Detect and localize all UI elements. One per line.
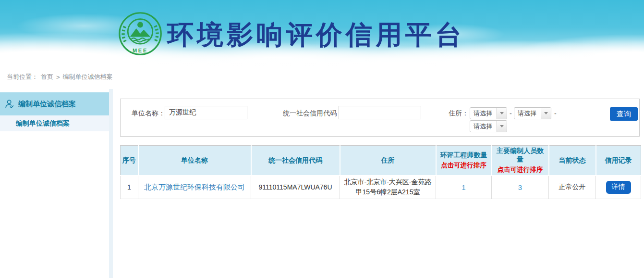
city-dropdown-button[interactable] [541,108,551,119]
dash-separator: - [510,110,512,117]
logo-text: MEE [133,48,148,53]
query-button[interactable]: 查询 [610,107,638,121]
address-province-value: 请选择 [470,108,497,119]
col-engineer-count-sort[interactable]: 环评工程师数量 点击可进行排序 [436,146,492,176]
company-name-label: 单位名称： [132,109,165,118]
address-city-value: 请选择 [514,108,541,119]
col-credit-code: 统一社会信用代码 [251,146,340,176]
site-title: 环境影响评价信用平台 [167,17,465,53]
sidebar-subitem-credit-archive[interactable]: 编制单位诚信档案 [0,115,109,131]
col-address: 住所 [340,146,436,176]
chevron-down-icon [544,112,548,114]
sort-hint: 点击可进行排序 [438,161,490,170]
district-dropdown-button[interactable] [497,121,507,132]
breadcrumb-current: 编制单位诚信档案 [63,73,113,81]
credit-code-input[interactable] [339,106,421,119]
row-index: 1 [121,176,138,199]
company-link[interactable]: 北京万源世纪环保科技有限公司 [144,183,245,191]
col-index: 序号 [121,146,138,176]
sidebar-item-credit-archive[interactable]: 编制单位诚信档案 [0,92,109,115]
sidebar-item-label: 编制单位诚信档案 [18,100,76,109]
table-header-row: 序号 单位名称 统一社会信用代码 住所 环评工程师数量 点击可进行排序 主要编制… [121,146,641,176]
row-credit-code: 91110115MA7LWUA76U [251,176,340,199]
chevron-down-icon [500,125,504,127]
col-status: 当前状态 [549,146,596,176]
col-credit-record: 信用记录 [596,146,641,176]
detail-button[interactable]: 详情 [606,181,631,194]
col-company: 单位名称 [138,146,251,176]
person-check-icon [4,99,15,109]
engineer-count-link[interactable]: 1 [462,183,465,191]
site-banner: MEE 环境影响评价信用平台 [0,0,644,68]
province-dropdown-button[interactable] [497,108,507,119]
page: MEE 环境影响评价信用平台 当前位置： 首页 > 编制单位诚信档案 编制单位诚… [0,0,644,278]
row-address: 北京市-北京市-大兴区-金苑路甲15号6幢2层A215室 [340,176,436,199]
sidebar-divider [109,89,113,278]
row-status: 正常公开 [549,176,596,199]
sort-hint: 点击可进行排序 [494,165,547,174]
col-staff-count-sort[interactable]: 主要编制人员数量 点击可进行排序 [492,146,549,176]
breadcrumb-label: 当前位置： [7,73,38,81]
results-table: 序号 单位名称 统一社会信用代码 住所 环评工程师数量 点击可进行排序 主要编制… [120,145,641,199]
chevron-down-icon [500,112,504,114]
col-staff-count-label: 主要编制人员数量 [494,147,547,164]
breadcrumb-separator: > [56,74,60,81]
col-engineer-count-label: 环评工程师数量 [438,151,490,160]
credit-code-label: 统一社会信用代码： [283,109,343,118]
breadcrumb: 当前位置： 首页 > 编制单位诚信档案 [7,73,113,81]
address-label: 住所： [449,109,469,118]
breadcrumb-home-link[interactable]: 首页 [41,73,53,81]
search-panel: 单位名称： 统一社会信用代码： 住所： 请选择 - 请选择 - 请选择 查询 [120,99,640,137]
address-district-value: 请选择 [470,121,497,132]
company-name-input[interactable] [165,106,247,119]
table-row: 1 北京万源世纪环保科技有限公司 91110115MA7LWUA76U 北京市-… [121,176,641,199]
mee-logo-icon: MEE [118,12,162,56]
sidebar-subitem-label: 编制单位诚信档案 [16,119,70,128]
dash-separator: - [554,110,557,117]
address-district-select[interactable]: 请选择 [470,120,507,132]
address-province-select[interactable]: 请选择 [470,107,507,119]
address-city-select[interactable]: 请选择 [514,107,551,119]
staff-count-link[interactable]: 3 [518,183,522,191]
